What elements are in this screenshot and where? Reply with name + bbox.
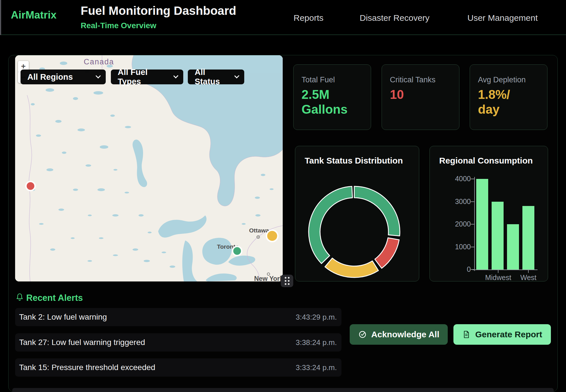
document-icon (462, 330, 471, 339)
x-axis-line (473, 270, 538, 270)
stat-label: Critical Tanks (390, 75, 459, 84)
bell-icon (15, 292, 24, 302)
window-edge (0, 0, 1, 35)
header: AirMatrix Fuel Monitoring Dashboard Real… (0, 0, 566, 35)
nav-reports[interactable]: Reports (294, 13, 323, 23)
footer-strip (12, 388, 554, 392)
alert-timestamp: 3:38:24 p.m. (296, 338, 337, 347)
stat-value: 10 (390, 87, 459, 102)
chevron-down-icon (234, 73, 239, 78)
acknowledge-all-label: Acknowledge All (371, 330, 439, 339)
alert-timestamp: 3:43:29 p.m. (296, 313, 337, 322)
generate-report-label: Generate Report (475, 330, 542, 339)
filter-regions-value: All Regions (27, 72, 73, 82)
app-logo: AirMatrix (11, 9, 56, 21)
map-resize-handle[interactable] (281, 275, 293, 287)
y-axis-line (474, 177, 475, 271)
dashboard-page: AirMatrix Fuel Monitoring Dashboard Real… (0, 0, 566, 392)
filter-fuel-types-value: All Fuel Types (118, 68, 167, 86)
stat-card-total-fuel: Total Fuel 2.5MGallons (293, 64, 371, 130)
chevron-down-icon (95, 73, 101, 78)
stat-card-critical-tanks: Critical Tanks 10 (382, 64, 459, 130)
alert-row[interactable]: Tank 27: Low fuel warning triggered 3:38… (15, 333, 341, 352)
tank-status-donut-chart (295, 146, 420, 282)
filter-regions-select[interactable]: All Regions (21, 70, 106, 84)
page-title: Fuel Monitoring Dashboard (81, 4, 236, 18)
nav-user-management[interactable]: User Management (467, 13, 538, 23)
filter-fuel-types-select[interactable]: All Fuel Types (111, 70, 183, 84)
tank-status-chart-card: Tank Status Distribution (295, 146, 419, 281)
alert-message: Tank 27: Low fuel warning triggered (19, 338, 145, 347)
regional-consumption-bar-chart: 01000200030004000MidwestWest (430, 146, 548, 282)
alert-message: Tank 15: Pressure threshold exceeded (19, 363, 155, 372)
nav-disaster-recovery[interactable]: Disaster Recovery (360, 13, 429, 23)
map-label-new-york: New York (254, 275, 283, 281)
filter-status-select[interactable]: All Status (188, 70, 244, 84)
check-circle-icon (358, 330, 367, 339)
tank-marker-warning[interactable] (266, 230, 278, 242)
filter-status-value: All Status (195, 68, 228, 86)
alert-row[interactable]: Tank 2: Low fuel warning 3:43:29 p.m. (15, 308, 341, 326)
stat-value: 1.8%/day (478, 87, 547, 117)
acknowledge-all-button[interactable]: Acknowledge All (350, 324, 448, 345)
tank-marker-normal[interactable] (233, 246, 242, 256)
alert-row[interactable]: Tank 15: Pressure threshold exceeded 3:3… (15, 358, 341, 377)
stat-label: Avg Depletion (478, 75, 547, 84)
generate-report-button[interactable]: Generate Report (453, 324, 551, 345)
tank-marker-critical[interactable] (26, 181, 35, 191)
stat-label: Total Fuel (302, 75, 371, 84)
alerts-section-title: Recent Alerts (26, 293, 83, 303)
stat-card-avg-depletion: Avg Depletion 1.8%/day (470, 64, 547, 130)
map-label-canada: Canada (84, 58, 114, 66)
chevron-down-icon (173, 73, 178, 78)
stat-value: 2.5MGallons (302, 87, 371, 117)
page-subtitle: Real-Time Overview (81, 21, 156, 30)
regional-consumption-chart-card: Regional Consumption 01000200030004000Mi… (429, 146, 548, 281)
map-canvas: Canada Ottawa Toronto New York (15, 55, 283, 281)
alert-timestamp: 3:33:24 p.m. (296, 363, 337, 372)
alert-message: Tank 2: Low fuel warning (19, 313, 107, 322)
map-panel[interactable]: Canada Ottawa Toronto New York + − All R… (15, 55, 283, 281)
map-label-ottawa: Ottawa (249, 227, 269, 234)
